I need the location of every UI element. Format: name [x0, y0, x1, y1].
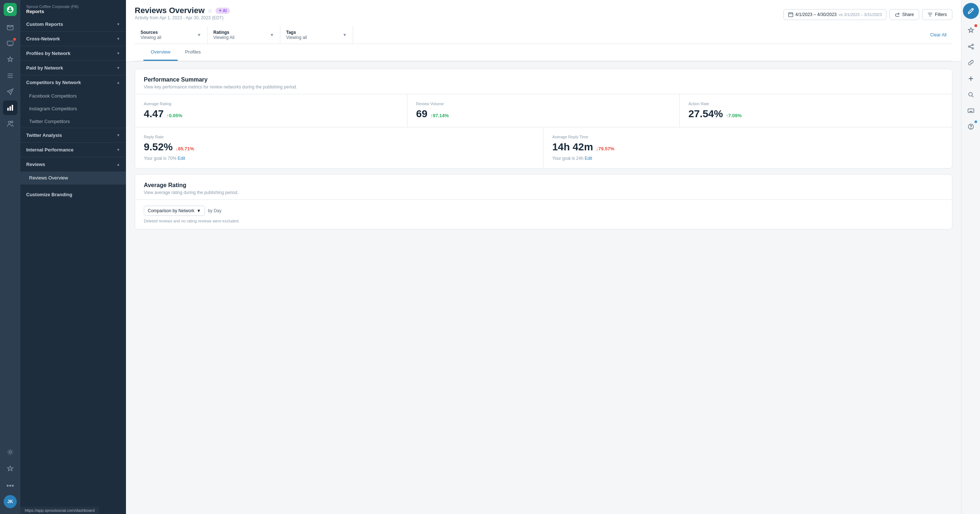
metric-reply-rate: Reply Rate 9.52% ↓85.71% Your goal is 70… [135, 127, 544, 168]
metric-average-reply-time-value: 14h 42m ↓79.57% [552, 141, 943, 153]
filters-button[interactable]: Filters [922, 9, 952, 20]
nav-list[interactable] [3, 68, 18, 83]
clear-all-button[interactable]: Clear All [924, 26, 952, 44]
nav-pin[interactable] [3, 53, 18, 67]
metric-action-rate-label: Action Rate [689, 102, 943, 106]
tab-profiles[interactable]: Profiles [178, 44, 208, 61]
share-external-button[interactable] [964, 39, 978, 54]
content-area: Performance Summary View key performance… [126, 62, 961, 514]
nav-inbox[interactable] [3, 21, 18, 35]
metric-average-reply-time-change: ↓79.57% [596, 146, 614, 151]
nav-more[interactable]: ••• [3, 478, 18, 493]
url-bar: https://app.sproutsocial.com/dashboard [21, 507, 99, 514]
compose-button[interactable] [963, 3, 979, 19]
nav-send[interactable] [3, 84, 18, 99]
metric-action-rate-change: ↑7.09% [726, 113, 741, 118]
svg-rect-4 [7, 108, 9, 111]
metric-average-rating: Average Rating 4.47 ↑0.05% [135, 94, 407, 127]
ai-badge[interactable]: ✦ AI [215, 8, 230, 14]
keyboard-button[interactable] [964, 103, 978, 118]
metric-average-rating-change: ↑0.05% [167, 113, 182, 118]
sidebar-item-facebook-competitors[interactable]: Facebook Competitors [21, 89, 126, 102]
metric-reply-rate-change: ↓85.71% [175, 146, 194, 151]
title-area: Reviews Overview ☆ ✦ AI Activity from Ap… [135, 6, 230, 23]
page-title: Reviews Overview [135, 6, 205, 15]
nav-messages[interactable] [3, 37, 18, 51]
tags-chevron-icon: ▼ [342, 32, 347, 38]
section-twitter-analysis-header[interactable]: Twitter Analysis ▼ [21, 128, 126, 142]
header-top: Reviews Overview ☆ ✦ AI Activity from Ap… [135, 6, 952, 23]
ratings-chevron-icon: ▼ [270, 32, 274, 38]
performance-summary-header: Performance Summary View key performance… [135, 69, 952, 94]
svg-line-17 [970, 45, 972, 46]
sidebar-item-instagram-competitors[interactable]: Instagram Competitors [21, 102, 126, 115]
sources-filter[interactable]: Sources Viewing all ▼ [135, 26, 207, 44]
average-rating-card-header: Average Rating View average rating durin… [135, 175, 952, 200]
comparison-row: Comparison by Network ▼ by Day [144, 206, 943, 216]
page-title-row: Reviews Overview ☆ ✦ AI [135, 6, 230, 15]
metric-review-volume-value: 69 ↑97.14% [416, 108, 671, 120]
chevron-down-icon: ▼ [116, 37, 120, 41]
metric-average-reply-time-label: Average Reply Time [552, 135, 943, 139]
section-paid-by-network-header[interactable]: Paid by Network ▼ [21, 61, 126, 75]
sources-label: Sources Viewing all [140, 30, 161, 40]
section-competitors-by-network-header[interactable]: Competitors by Network ▲ [21, 75, 126, 89]
section-cross-network-header[interactable]: Cross-Network ▼ [21, 32, 126, 46]
app-logo[interactable] [4, 3, 17, 16]
metric-action-rate-value: 27.54% ↑7.09% [689, 108, 943, 120]
svg-point-8 [11, 121, 13, 123]
reply-rate-edit-link[interactable]: Edit [178, 156, 185, 161]
chevron-down-icon: ▼ [116, 22, 120, 26]
icon-bar: ••• JK [0, 0, 21, 514]
chevron-up-icon: ▲ [116, 80, 120, 84]
section-cross-network: Cross-Network ▼ [21, 32, 126, 46]
favorite-star-icon[interactable]: ☆ [207, 7, 213, 14]
nav-star[interactable] [3, 461, 18, 476]
user-avatar[interactable]: JK [4, 495, 17, 508]
tags-filter[interactable]: Tags Viewing all ▼ [280, 26, 353, 44]
chevron-up-icon: ▲ [116, 162, 120, 166]
performance-summary-title: Performance Summary [144, 76, 943, 83]
svg-point-7 [8, 121, 11, 123]
search-button[interactable] [964, 88, 978, 102]
section-internal-performance-header[interactable]: Internal Performance ▼ [21, 143, 126, 157]
tags-label: Tags Viewing all [286, 30, 307, 40]
comparison-by-network-select[interactable]: Comparison by Network ▼ [144, 206, 205, 216]
metric-review-volume: Review Volume 69 ↑97.14% [407, 94, 680, 127]
svg-point-21 [969, 92, 972, 96]
reply-rate-goal: Your goal is 70% Edit [144, 156, 535, 161]
metric-action-rate: Action Rate 27.54% ↑7.09% [680, 94, 952, 127]
nav-customize[interactable] [3, 445, 18, 459]
chevron-down-icon: ▼ [116, 133, 120, 137]
date-range-button[interactable]: 4/1/2023 – 4/30/2023 vs 3/1/2023 – 3/31/… [783, 9, 886, 20]
section-profiles-by-network-header[interactable]: Profiles by Network ▼ [21, 46, 126, 60]
metrics-grid-bottom: Reply Rate 9.52% ↓85.71% Your goal is 70… [135, 127, 952, 168]
section-reviews-header[interactable]: Reviews ▲ [21, 157, 126, 172]
section-competitors-by-network: Competitors by Network ▲ Facebook Compet… [21, 75, 126, 128]
sidebar-item-reviews-overview[interactable]: Reviews Overview [21, 172, 126, 184]
metric-average-reply-time: Average Reply Time 14h 42m ↓79.57% Your … [544, 127, 952, 168]
alert-button[interactable] [964, 23, 978, 38]
help-button[interactable] [964, 119, 978, 134]
section-paid-by-network: Paid by Network ▼ [21, 61, 126, 75]
main-content: Reviews Overview ☆ ✦ AI Activity from Ap… [126, 0, 961, 514]
performance-summary-card: Performance Summary View key performance… [135, 69, 952, 169]
add-button[interactable] [964, 72, 978, 86]
average-rating-title: Average Rating [144, 182, 943, 189]
metric-review-volume-label: Review Volume [416, 102, 671, 106]
sidebar: Sprout Coffee Corporate (PA) Reports Cus… [21, 0, 126, 514]
section-custom-reports-header[interactable]: Custom Reports ▼ [21, 17, 126, 31]
metric-reply-rate-label: Reply Rate [144, 135, 535, 139]
sidebar-customize-branding[interactable]: Customize Branding [21, 188, 126, 202]
nav-reports[interactable] [3, 100, 18, 115]
svg-rect-6 [12, 105, 13, 111]
average-rating-card: Average Rating View average rating durin… [135, 174, 952, 229]
tab-overview[interactable]: Overview [143, 44, 178, 61]
svg-point-30 [970, 128, 971, 129]
sidebar-item-twitter-competitors[interactable]: Twitter Competitors [21, 115, 126, 128]
share-button[interactable]: Share [889, 9, 919, 20]
average-reply-time-edit-link[interactable]: Edit [585, 156, 592, 161]
nav-people[interactable] [3, 116, 18, 131]
ratings-filter[interactable]: Ratings Viewing All ▼ [207, 26, 280, 44]
link-button[interactable] [964, 55, 978, 70]
